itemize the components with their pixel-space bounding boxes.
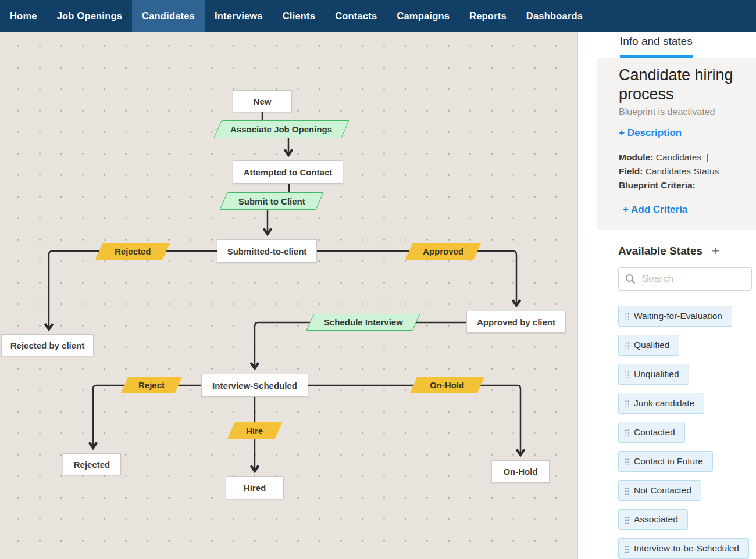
field-label: Field:	[619, 166, 643, 176]
blueprint-info-card: Candidate hiring process Blueprint is de…	[597, 58, 756, 230]
state-node-rejected[interactable]: Rejected	[63, 453, 121, 475]
field-row: Field: Candidates Status	[619, 164, 748, 178]
transition-node-hire[interactable]: Hire	[227, 422, 283, 439]
available-states-section: Available States + Waiting-for-Evaluatio…	[587, 230, 756, 559]
state-chip[interactable]: Qualified	[618, 335, 679, 356]
state-chip[interactable]: Not Contacted	[618, 480, 701, 501]
drag-handle-icon	[625, 545, 629, 553]
edge-interviewscheduled-onhold	[308, 385, 520, 455]
nav-item[interactable]: Dashboards	[516, 0, 593, 32]
info-states-panel: Info and states Candidate hiring process…	[587, 32, 756, 559]
add-state-plus-icon[interactable]: +	[712, 243, 719, 259]
add-criteria-link[interactable]: + Add Criteria	[623, 204, 687, 216]
transition-node-rejected[interactable]: Rejected	[95, 243, 170, 260]
transition-node-submit-to-client[interactable]: Submit to Client	[219, 192, 323, 210]
field-value: Candidates Status	[646, 166, 719, 176]
state-node-rejected-by-client[interactable]: Rejected by client	[1, 334, 94, 356]
state-chip[interactable]: Associated	[618, 509, 688, 530]
module-separator: |	[707, 152, 709, 162]
blueprint-status: Blueprint is deactivated	[619, 107, 748, 117]
nav-item[interactable]: Contacts	[325, 0, 387, 32]
module-label: Module:	[619, 152, 653, 162]
state-node-hired[interactable]: Hired	[226, 476, 284, 499]
state-chip[interactable]: Interview-to-be-Scheduled	[618, 538, 749, 559]
nav-item[interactable]: Clients	[273, 0, 325, 32]
drag-handle-icon	[625, 371, 629, 378]
state-node-new[interactable]: New	[233, 90, 292, 112]
transition-node-on-hold[interactable]: On-Hold	[410, 377, 485, 393]
drag-handle-icon	[625, 458, 629, 465]
top-nav: HomeJob OpeningsCandidatesInterviewsClie…	[0, 0, 756, 32]
drag-handle-icon	[625, 313, 629, 320]
state-node-submitted-to-client[interactable]: Submitted-to-client	[217, 239, 317, 263]
blueprint-meta: Module: Candidates | Field: Candidates S…	[619, 150, 748, 192]
drag-handle-icon	[625, 342, 629, 349]
state-chip[interactable]: Unqualified	[618, 364, 689, 385]
criteria-row: Blueprint Criteria:	[619, 178, 748, 192]
module-value: Candidates	[656, 152, 701, 162]
state-chip[interactable]: Junk candidate	[618, 393, 704, 414]
available-states-title: Available States	[618, 245, 702, 257]
add-description-link[interactable]: + Description	[619, 127, 682, 139]
transition-node-schedule-interview[interactable]: Schedule Interview	[306, 314, 420, 331]
state-node-attempted-to-contact[interactable]: Attempted to Contact	[233, 160, 343, 184]
criteria-label: Blueprint Criteria:	[619, 180, 696, 190]
state-chip-list: Waiting-for-Evaluation Qualified Unquali…	[618, 306, 756, 559]
nav-item[interactable]: Reports	[459, 0, 516, 32]
state-node-on-hold[interactable]: On-Hold	[491, 460, 550, 483]
drag-handle-icon	[625, 429, 629, 436]
edge-interviewscheduled-rejected	[93, 385, 201, 448]
tab-info-and-states[interactable]: Info and states	[620, 35, 693, 58]
transition-node-approved[interactable]: Approved	[405, 243, 482, 260]
canvas-panel-divider	[577, 32, 587, 559]
drag-handle-icon	[625, 516, 629, 524]
transition-node-reject[interactable]: Reject	[121, 377, 183, 393]
nav-item[interactable]: Home	[0, 0, 47, 32]
transition-node-associate-job-openings[interactable]: Associate Job Openings	[213, 120, 350, 138]
edge-submitted-rejectedbyclient	[49, 251, 217, 329]
panel-tab-header: Info and states	[587, 32, 756, 58]
module-row: Module: Candidates |	[619, 150, 748, 164]
state-node-approved-by-client[interactable]: Approved by client	[466, 311, 566, 333]
search-icon	[625, 274, 636, 284]
state-chip[interactable]: Contacted	[618, 422, 685, 443]
drag-handle-icon	[625, 400, 629, 407]
drag-handle-icon	[625, 487, 629, 494]
state-chip[interactable]: Contact in Future	[618, 451, 713, 472]
blueprint-canvas[interactable]: New Associate Job Openings Attempted to …	[0, 32, 577, 559]
nav-item[interactable]: Campaigns	[387, 0, 459, 32]
state-chip[interactable]: Waiting-for-Evaluation	[618, 306, 732, 327]
blueprint-title: Candidate hiring process	[619, 66, 753, 104]
state-node-interview-scheduled[interactable]: Interview-Scheduled	[201, 374, 308, 397]
states-search-input[interactable]	[618, 267, 752, 291]
nav-item[interactable]: Job Openings	[47, 0, 132, 32]
nav-item[interactable]: Candidates	[132, 0, 205, 32]
nav-item[interactable]: Interviews	[205, 0, 273, 32]
